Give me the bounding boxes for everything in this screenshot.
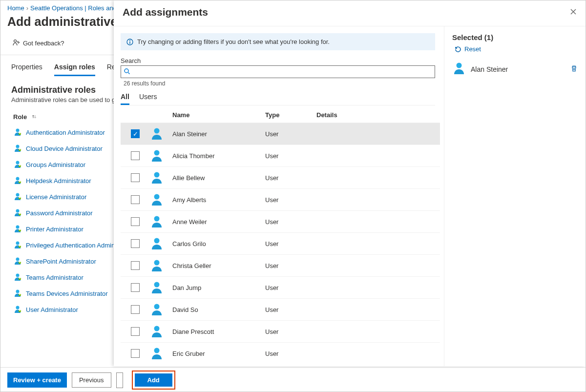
panel-left: Try changing or adding filters if you do… [114, 26, 444, 366]
role-link[interactable]: Password Administrator [26, 209, 93, 217]
user-row[interactable]: Allie Bellew User [121, 166, 440, 188]
user-avatar-icon [150, 171, 172, 185]
user-row[interactable]: Dan Jump User [121, 276, 440, 298]
panel-right: Selected (1) Reset Alan Steiner [444, 26, 586, 366]
grid-rows[interactable]: ✓ Alan Steiner User Alicia Thomber User … [121, 123, 440, 366]
column-details[interactable]: Details [316, 111, 440, 119]
user-grid: Name Type Details ✓ Alan Steiner User Al… [121, 105, 440, 366]
user-type: User [265, 218, 316, 226]
tab-assign-roles[interactable]: Assign roles [54, 63, 95, 76]
role-link[interactable]: Teams Devices Administrator [26, 290, 108, 297]
user-avatar-icon [150, 281, 172, 294]
close-icon[interactable] [570, 8, 577, 17]
user-row[interactable]: Eric Gruber User [121, 342, 440, 364]
role-link[interactable]: License Administrator [26, 193, 86, 201]
user-row[interactable]: David So User [121, 298, 440, 320]
role-link[interactable]: Authentication Administrator [26, 129, 105, 136]
role-person-icon [13, 192, 22, 202]
user-name: Alicia Thomber [172, 152, 265, 160]
checkbox[interactable] [131, 283, 140, 292]
column-name[interactable]: Name [172, 111, 265, 119]
checkbox[interactable] [131, 195, 140, 204]
role-link[interactable]: Groups Administrator [26, 161, 85, 168]
user-name: Christa Geller [172, 262, 265, 269]
checkbox[interactable] [131, 261, 140, 270]
results-found-text: 26 results found [121, 78, 440, 90]
selected-name: Alan Steiner [471, 65, 565, 73]
role-person-icon [13, 160, 22, 170]
checkbox[interactable] [131, 151, 140, 160]
previous-button[interactable]: Previous [72, 372, 111, 388]
user-type: User [265, 306, 316, 313]
add-button[interactable]: Add [135, 373, 172, 387]
role-person-icon [13, 256, 22, 267]
role-link[interactable]: Helpdesk Administrator [26, 177, 91, 185]
role-link[interactable]: Printer Administrator [26, 226, 84, 233]
feedback-label: Got feedback? [23, 40, 64, 47]
checkbox[interactable]: ✓ [131, 129, 140, 138]
review-create-button[interactable]: Review + create [7, 372, 67, 388]
selected-list: Alan Steiner [452, 53, 578, 77]
grid-header: Name Type Details [121, 105, 440, 123]
role-person-icon [13, 176, 22, 186]
hidden-button[interactable] [116, 372, 123, 388]
search-box [121, 65, 435, 78]
user-row[interactable]: Diane Prescott User [121, 320, 440, 342]
user-type: User [265, 240, 316, 248]
tab-all[interactable]: All [121, 93, 129, 105]
user-name: Diane Prescott [172, 328, 265, 335]
selected-heading: Selected (1) [452, 33, 578, 41]
checkbox[interactable] [131, 173, 140, 182]
user-row[interactable]: Alicia Thomber User [121, 144, 440, 166]
checkbox[interactable] [131, 217, 140, 226]
role-link[interactable]: Privileged Authentication Administ [26, 242, 121, 249]
user-name: Allie Bellew [172, 174, 265, 182]
role-link[interactable]: User Administrator [26, 306, 78, 313]
column-type[interactable]: Type [265, 111, 316, 119]
user-avatar-icon [150, 259, 172, 272]
user-row[interactable]: Christa Geller User [121, 254, 440, 276]
user-type: User [265, 262, 316, 269]
role-person-icon [13, 127, 22, 138]
checkbox[interactable] [131, 327, 140, 336]
user-avatar-icon [452, 62, 466, 77]
checkbox[interactable] [131, 349, 140, 358]
info-icon [126, 39, 133, 45]
info-banner-text: Try changing or adding filters if you do… [137, 38, 330, 45]
svg-rect-8 [129, 41, 130, 44]
checkbox[interactable] [131, 305, 140, 314]
user-row[interactable]: ✓ Alan Steiner User [121, 123, 440, 144]
user-avatar-icon [150, 215, 172, 228]
add-button-highlight: Add [132, 371, 175, 390]
chevron-right-icon: › [26, 4, 28, 12]
search-input[interactable] [121, 65, 435, 78]
search-label: Search [121, 57, 440, 64]
role-link[interactable]: Teams Administrator [26, 274, 84, 281]
tab-properties[interactable]: Properties [11, 63, 42, 76]
user-avatar-icon [150, 149, 172, 163]
footer-bar: Review + create Previous Add [0, 367, 586, 392]
tab-users[interactable]: Users [139, 93, 157, 105]
role-person-icon [13, 272, 22, 283]
info-banner: Try changing or adding filters if you do… [121, 33, 435, 50]
add-assignments-panel: Add assignments Try changing or adding f… [114, 0, 586, 366]
role-person-icon [13, 208, 22, 218]
user-name: Amy Alberts [172, 196, 265, 204]
sort-icon [32, 113, 37, 121]
search-icon [124, 68, 130, 76]
user-row[interactable]: Anne Weiler User [121, 210, 440, 232]
role-link[interactable]: Cloud Device Administrator [26, 145, 103, 152]
user-row[interactable]: Carlos Grilo User [121, 232, 440, 254]
user-type: User [265, 174, 316, 182]
user-type: User [265, 328, 316, 335]
breadcrumb-seattle[interactable]: Seattle Operations | Roles and [30, 4, 117, 12]
checkbox[interactable] [131, 239, 140, 248]
feedback-icon [12, 39, 20, 48]
trash-icon[interactable] [570, 65, 578, 74]
reset-button[interactable]: Reset [454, 45, 578, 53]
breadcrumb-home[interactable]: Home [7, 4, 24, 12]
role-link[interactable]: SharePoint Administrator [26, 258, 96, 265]
user-row[interactable]: Amy Alberts User [121, 188, 440, 210]
user-name: Carlos Grilo [172, 240, 265, 248]
role-person-icon [13, 144, 22, 154]
